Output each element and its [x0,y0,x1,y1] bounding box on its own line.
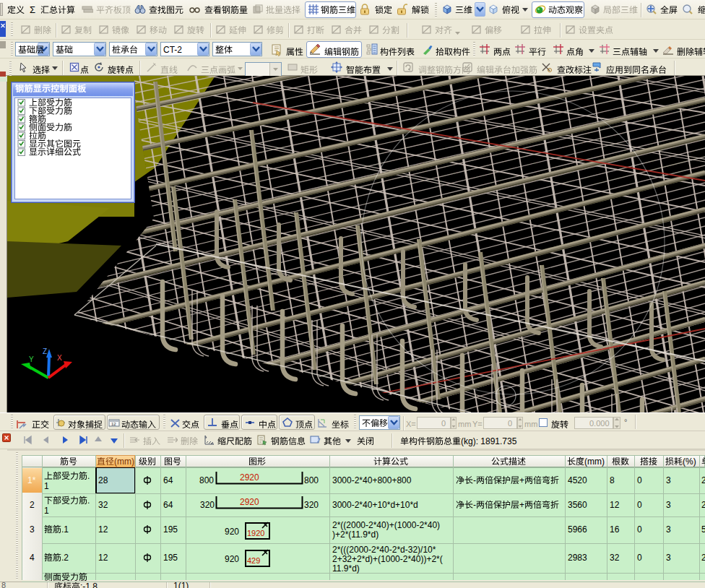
svg-text:Z: Z [43,347,47,355]
svg-text:12: 12 [111,422,116,426]
svg-text:Y: Y [29,355,34,363]
svg-text:X: X [57,354,62,362]
